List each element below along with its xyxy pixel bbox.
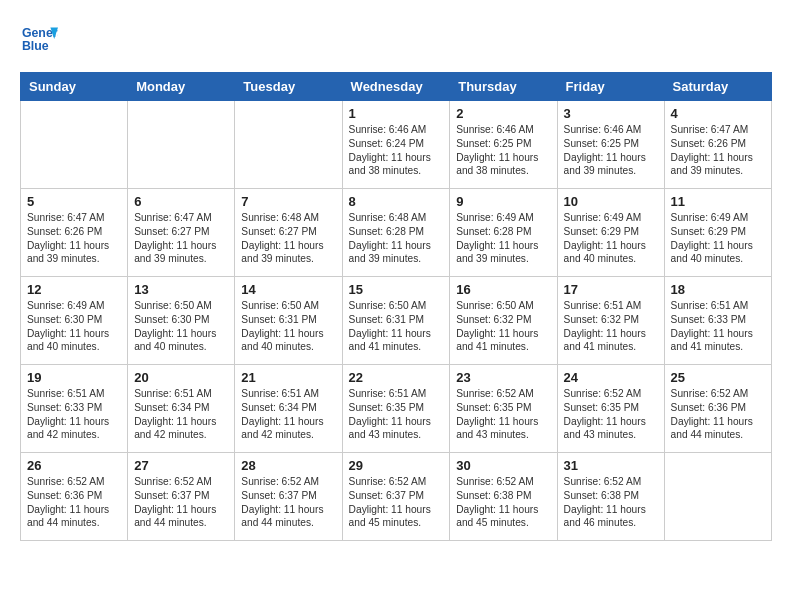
calendar-cell: 15Sunrise: 6:50 AM Sunset: 6:31 PM Dayli… <box>342 277 450 365</box>
day-info: Sunrise: 6:52 AM Sunset: 6:35 PM Dayligh… <box>564 387 658 442</box>
day-info: Sunrise: 6:47 AM Sunset: 6:26 PM Dayligh… <box>671 123 765 178</box>
day-info: Sunrise: 6:49 AM Sunset: 6:28 PM Dayligh… <box>456 211 550 266</box>
calendar-cell: 7Sunrise: 6:48 AM Sunset: 6:27 PM Daylig… <box>235 189 342 277</box>
day-number: 22 <box>349 370 444 385</box>
week-row-5: 26Sunrise: 6:52 AM Sunset: 6:36 PM Dayli… <box>21 453 772 541</box>
day-number: 30 <box>456 458 550 473</box>
day-info: Sunrise: 6:52 AM Sunset: 6:37 PM Dayligh… <box>349 475 444 530</box>
calendar-cell: 5Sunrise: 6:47 AM Sunset: 6:26 PM Daylig… <box>21 189 128 277</box>
weekday-header-row: SundayMondayTuesdayWednesdayThursdayFrid… <box>21 73 772 101</box>
day-number: 15 <box>349 282 444 297</box>
weekday-header-saturday: Saturday <box>664 73 771 101</box>
weekday-header-sunday: Sunday <box>21 73 128 101</box>
day-number: 3 <box>564 106 658 121</box>
calendar-cell: 14Sunrise: 6:50 AM Sunset: 6:31 PM Dayli… <box>235 277 342 365</box>
calendar-cell: 1Sunrise: 6:46 AM Sunset: 6:24 PM Daylig… <box>342 101 450 189</box>
calendar-cell: 30Sunrise: 6:52 AM Sunset: 6:38 PM Dayli… <box>450 453 557 541</box>
day-number: 13 <box>134 282 228 297</box>
calendar-cell: 20Sunrise: 6:51 AM Sunset: 6:34 PM Dayli… <box>128 365 235 453</box>
calendar-cell: 31Sunrise: 6:52 AM Sunset: 6:38 PM Dayli… <box>557 453 664 541</box>
day-info: Sunrise: 6:52 AM Sunset: 6:37 PM Dayligh… <box>241 475 335 530</box>
logo: General Blue <box>20 20 62 58</box>
day-number: 17 <box>564 282 658 297</box>
day-number: 21 <box>241 370 335 385</box>
calendar-cell: 21Sunrise: 6:51 AM Sunset: 6:34 PM Dayli… <box>235 365 342 453</box>
day-number: 24 <box>564 370 658 385</box>
calendar-cell: 10Sunrise: 6:49 AM Sunset: 6:29 PM Dayli… <box>557 189 664 277</box>
weekday-header-thursday: Thursday <box>450 73 557 101</box>
calendar-cell: 18Sunrise: 6:51 AM Sunset: 6:33 PM Dayli… <box>664 277 771 365</box>
header: General Blue <box>20 20 772 58</box>
day-info: Sunrise: 6:48 AM Sunset: 6:28 PM Dayligh… <box>349 211 444 266</box>
day-number: 7 <box>241 194 335 209</box>
day-number: 10 <box>564 194 658 209</box>
logo-icon: General Blue <box>20 20 58 58</box>
calendar-cell: 29Sunrise: 6:52 AM Sunset: 6:37 PM Dayli… <box>342 453 450 541</box>
day-number: 9 <box>456 194 550 209</box>
calendar-cell: 17Sunrise: 6:51 AM Sunset: 6:32 PM Dayli… <box>557 277 664 365</box>
day-info: Sunrise: 6:49 AM Sunset: 6:30 PM Dayligh… <box>27 299 121 354</box>
calendar-cell: 22Sunrise: 6:51 AM Sunset: 6:35 PM Dayli… <box>342 365 450 453</box>
week-row-3: 12Sunrise: 6:49 AM Sunset: 6:30 PM Dayli… <box>21 277 772 365</box>
day-info: Sunrise: 6:51 AM Sunset: 6:33 PM Dayligh… <box>27 387 121 442</box>
day-info: Sunrise: 6:52 AM Sunset: 6:37 PM Dayligh… <box>134 475 228 530</box>
day-info: Sunrise: 6:49 AM Sunset: 6:29 PM Dayligh… <box>671 211 765 266</box>
day-info: Sunrise: 6:52 AM Sunset: 6:36 PM Dayligh… <box>27 475 121 530</box>
day-info: Sunrise: 6:48 AM Sunset: 6:27 PM Dayligh… <box>241 211 335 266</box>
day-info: Sunrise: 6:46 AM Sunset: 6:25 PM Dayligh… <box>456 123 550 178</box>
day-info: Sunrise: 6:50 AM Sunset: 6:31 PM Dayligh… <box>241 299 335 354</box>
day-number: 29 <box>349 458 444 473</box>
day-number: 19 <box>27 370 121 385</box>
day-info: Sunrise: 6:47 AM Sunset: 6:27 PM Dayligh… <box>134 211 228 266</box>
calendar-cell <box>128 101 235 189</box>
day-info: Sunrise: 6:50 AM Sunset: 6:32 PM Dayligh… <box>456 299 550 354</box>
calendar-cell: 13Sunrise: 6:50 AM Sunset: 6:30 PM Dayli… <box>128 277 235 365</box>
day-number: 18 <box>671 282 765 297</box>
svg-text:Blue: Blue <box>22 39 49 53</box>
calendar-cell: 23Sunrise: 6:52 AM Sunset: 6:35 PM Dayli… <box>450 365 557 453</box>
calendar-cell: 11Sunrise: 6:49 AM Sunset: 6:29 PM Dayli… <box>664 189 771 277</box>
calendar-cell: 8Sunrise: 6:48 AM Sunset: 6:28 PM Daylig… <box>342 189 450 277</box>
calendar-cell: 9Sunrise: 6:49 AM Sunset: 6:28 PM Daylig… <box>450 189 557 277</box>
day-number: 4 <box>671 106 765 121</box>
calendar-cell: 3Sunrise: 6:46 AM Sunset: 6:25 PM Daylig… <box>557 101 664 189</box>
weekday-header-tuesday: Tuesday <box>235 73 342 101</box>
calendar-cell: 19Sunrise: 6:51 AM Sunset: 6:33 PM Dayli… <box>21 365 128 453</box>
calendar-cell: 28Sunrise: 6:52 AM Sunset: 6:37 PM Dayli… <box>235 453 342 541</box>
weekday-header-monday: Monday <box>128 73 235 101</box>
day-info: Sunrise: 6:51 AM Sunset: 6:32 PM Dayligh… <box>564 299 658 354</box>
week-row-4: 19Sunrise: 6:51 AM Sunset: 6:33 PM Dayli… <box>21 365 772 453</box>
day-info: Sunrise: 6:50 AM Sunset: 6:31 PM Dayligh… <box>349 299 444 354</box>
calendar-cell: 4Sunrise: 6:47 AM Sunset: 6:26 PM Daylig… <box>664 101 771 189</box>
calendar-cell: 24Sunrise: 6:52 AM Sunset: 6:35 PM Dayli… <box>557 365 664 453</box>
week-row-2: 5Sunrise: 6:47 AM Sunset: 6:26 PM Daylig… <box>21 189 772 277</box>
page: General Blue SundayMondayTuesdayWednesda… <box>0 0 792 561</box>
day-info: Sunrise: 6:47 AM Sunset: 6:26 PM Dayligh… <box>27 211 121 266</box>
day-number: 11 <box>671 194 765 209</box>
day-number: 2 <box>456 106 550 121</box>
day-info: Sunrise: 6:51 AM Sunset: 6:34 PM Dayligh… <box>134 387 228 442</box>
day-number: 14 <box>241 282 335 297</box>
week-row-1: 1Sunrise: 6:46 AM Sunset: 6:24 PM Daylig… <box>21 101 772 189</box>
day-info: Sunrise: 6:52 AM Sunset: 6:38 PM Dayligh… <box>564 475 658 530</box>
day-number: 8 <box>349 194 444 209</box>
day-info: Sunrise: 6:52 AM Sunset: 6:35 PM Dayligh… <box>456 387 550 442</box>
calendar-table: SundayMondayTuesdayWednesdayThursdayFrid… <box>20 72 772 541</box>
day-info: Sunrise: 6:51 AM Sunset: 6:34 PM Dayligh… <box>241 387 335 442</box>
day-number: 16 <box>456 282 550 297</box>
calendar-cell <box>235 101 342 189</box>
day-number: 26 <box>27 458 121 473</box>
calendar-cell: 26Sunrise: 6:52 AM Sunset: 6:36 PM Dayli… <box>21 453 128 541</box>
day-info: Sunrise: 6:46 AM Sunset: 6:24 PM Dayligh… <box>349 123 444 178</box>
day-info: Sunrise: 6:46 AM Sunset: 6:25 PM Dayligh… <box>564 123 658 178</box>
day-number: 25 <box>671 370 765 385</box>
calendar-cell <box>21 101 128 189</box>
calendar-cell: 16Sunrise: 6:50 AM Sunset: 6:32 PM Dayli… <box>450 277 557 365</box>
day-number: 28 <box>241 458 335 473</box>
day-number: 6 <box>134 194 228 209</box>
day-info: Sunrise: 6:50 AM Sunset: 6:30 PM Dayligh… <box>134 299 228 354</box>
day-number: 20 <box>134 370 228 385</box>
day-info: Sunrise: 6:51 AM Sunset: 6:33 PM Dayligh… <box>671 299 765 354</box>
calendar-cell <box>664 453 771 541</box>
weekday-header-friday: Friday <box>557 73 664 101</box>
